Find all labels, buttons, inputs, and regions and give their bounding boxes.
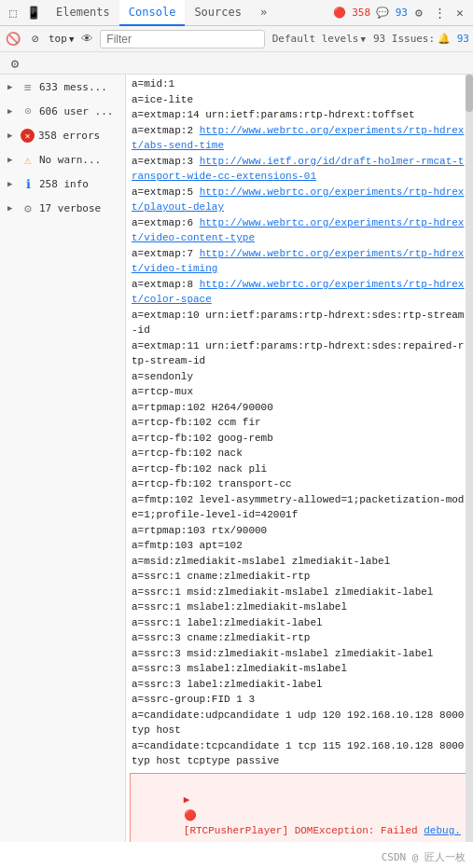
top-selector[interactable]: top ▼ <box>49 33 74 45</box>
error-badge[interactable]: 🔴 358 <box>333 7 371 19</box>
log-line: a=extmap:7 http://www.webrtc.org/experim… <box>130 246 469 277</box>
log-line: a=ice-lite <box>130 92 469 108</box>
log-line: a=ssrc:1 mslabel:zlmediakit-mslabel <box>130 599 469 615</box>
log-link[interactable]: http://www.webrtc.org/experiments/rtp-hd… <box>132 217 464 244</box>
error-expand-arrow[interactable]: ▶ <box>184 794 190 806</box>
message-badge[interactable]: 💬 93 <box>376 7 408 19</box>
eye-icon[interactable]: 👁 <box>77 30 96 48</box>
error-text-prefix: [RTCPusherPlayer] DOMException: Failed <box>184 825 424 836</box>
log-line: a=ssrc:1 cname:zlmediakit-rtp <box>130 569 469 585</box>
scrollbar[interactable] <box>466 75 473 842</box>
tab-sources[interactable]: Sources <box>185 0 251 26</box>
log-line: a=extmap:3 http://www.ietf.org/id/draft-… <box>130 154 469 185</box>
sidebar-item-user[interactable]: ▶ ⊙ 606 user ... <box>0 99 125 123</box>
info-icon: ℹ <box>21 176 35 191</box>
messages-label: 633 mess... <box>39 81 121 93</box>
log-link[interactable]: http://www.webrtc.org/experiments/rtp-hd… <box>132 186 464 214</box>
device-icon[interactable]: 📱 <box>24 4 43 22</box>
log-line: a=ssrc:3 mslabel:zlmediakit-mslabel <box>130 661 469 677</box>
messages-icon: ≡ <box>21 79 35 94</box>
log-line: a=sendonly <box>130 369 469 385</box>
sidebar-item-errors[interactable]: ▶ ✕ 358 errors <box>0 123 125 147</box>
clear-icon[interactable]: 🚫 <box>4 30 22 48</box>
settings-icon[interactable]: ⚙ <box>410 4 428 22</box>
errors-label: 358 errors <box>38 130 121 142</box>
info-arrow: ▶ <box>7 179 17 188</box>
log-line: a=ssrc:3 cname:zlmediakit-rtp <box>130 630 469 646</box>
warning-icon: ⚠ <box>21 152 35 167</box>
filter-input[interactable] <box>100 30 264 48</box>
issues-count[interactable]: 93 Issues: 🔔 93 <box>373 33 469 45</box>
close-icon[interactable]: ✕ <box>451 4 469 22</box>
tab-console[interactable]: Console <box>119 0 186 26</box>
no-icon[interactable]: ⊘ <box>26 30 45 48</box>
warnings-arrow: ▶ <box>7 155 17 164</box>
messages-arrow: ▶ <box>7 82 17 91</box>
console-settings-icon[interactable]: ⚙ <box>6 54 24 73</box>
log-lines-container: a=mid:1a=ice-litea=extmap:14 urn:ietf:pa… <box>130 76 469 769</box>
attribution: CSDN @ 匠人一枚 <box>382 850 466 864</box>
errors-arrow: ▶ <box>7 131 17 140</box>
levels-arrow: ▼ <box>360 34 365 44</box>
top-dropdown-arrow: ▼ <box>69 34 74 44</box>
inspect-icon[interactable]: ⬚ <box>4 4 22 22</box>
error-icon: ✕ <box>21 129 35 143</box>
tab-elements[interactable]: Elements <box>47 0 119 26</box>
log-line: a=rtcp-fb:102 nack <box>130 446 469 462</box>
log-line: a=extmap:2 http://www.webrtc.org/experim… <box>130 123 469 154</box>
sidebar: ▶ ≡ 633 mess... ▶ ⊙ 606 user ... ▶ ✕ 358… <box>0 75 126 842</box>
log-link[interactable]: http://www.webrtc.org/experiments/rtp-hd… <box>132 248 464 275</box>
log-line: a=extmap:5 http://www.webrtc.org/experim… <box>130 185 469 215</box>
log-link[interactable]: http://www.ietf.org/id/draft-holmer-rmca… <box>132 156 464 183</box>
issues-bell: 🔔 93 <box>438 33 469 45</box>
sidebar-item-warnings[interactable]: ▶ ⚠ No warn... <box>0 147 125 172</box>
log-line: a=ssrc:1 label:zlmediakit-label <box>130 615 469 631</box>
log-line: a=msid:zlmediakit-mslabel zlmediakit-lab… <box>130 554 469 570</box>
log-line: a=rtcp-fb:102 transport-cc <box>130 476 469 492</box>
log-line: a=ssrc-group:FID 1 3 <box>130 692 469 708</box>
log-line: a=rtpmap:102 H264/90000 <box>130 400 469 416</box>
message-count: 💬 93 <box>376 7 408 19</box>
more-icon[interactable]: ⋮ <box>430 4 449 22</box>
verbose-arrow: ▶ <box>7 203 17 213</box>
log-line: a=extmap:10 urn:ietf:params:rtp-hdrext:s… <box>130 308 469 338</box>
scrollbar-thumb[interactable] <box>466 75 473 112</box>
error-text-middle: to execute 'setRemoteDescription' on 'RT… <box>134 841 461 843</box>
log-line: a=fmtp:103 apt=102 <box>130 538 469 554</box>
log-line: a=fmtp:102 level-asymmetry-allowed=1;pac… <box>130 492 469 523</box>
verbose-icon: ⚙ <box>21 200 35 215</box>
devtools-toolbar: ⬚ 📱 Elements Console Sources » 🔴 358 💬 9… <box>0 0 473 26</box>
user-label: 606 user ... <box>39 105 121 117</box>
sidebar-item-info[interactable]: ▶ ℹ 258 info <box>0 172 125 196</box>
error-dot-icon: 🔴 <box>184 810 197 821</box>
log-line: a=candidate:udpcandidate 1 udp 120 192.1… <box>130 708 469 738</box>
log-line: a=ssrc:1 msid:zlmediakit-mslabel zlmedia… <box>130 585 469 600</box>
error-log-entry: ▶ 🔴 [RTCPusherPlayer] DOMException: Fail… <box>130 773 469 843</box>
sidebar-item-verbose[interactable]: ▶ ⚙ 17 verbose <box>0 196 125 220</box>
log-line: a=extmap:6 http://www.webrtc.org/experim… <box>130 215 469 246</box>
error-count: 🔴 358 <box>333 7 371 19</box>
log-line: a=rtcp-mux <box>130 384 469 400</box>
log-line: a=ssrc:3 label:zlmediakit-label <box>130 677 469 693</box>
log-line: a=rtcp-fb:102 goog-remb <box>130 431 469 447</box>
log-link[interactable]: http://www.webrtc.org/experiments/rtp-hd… <box>132 279 464 306</box>
default-levels-dropdown[interactable]: Default levels ▼ <box>269 33 369 45</box>
verbose-label: 17 verbose <box>39 202 121 214</box>
tab-more[interactable]: » <box>251 0 276 26</box>
log-line: a=ssrc:3 msid:zlmediakit-mslabel zlmedia… <box>130 646 469 662</box>
log-line: a=extmap:14 urn:ietf:params:rtp-hdrext:t… <box>130 107 469 123</box>
console-toolbar: 🚫 ⊘ top ▼ 👁 Default levels ▼ 93 Issues: … <box>0 26 473 52</box>
sidebar-item-messages[interactable]: ▶ ≡ 633 mess... <box>0 75 125 99</box>
log-line: a=rtcp-fb:102 nack pli <box>130 462 469 477</box>
user-arrow: ▶ <box>7 106 17 116</box>
console-settings-row: ⚙ <box>0 52 473 75</box>
log-link[interactable]: http://www.webrtc.org/experiments/rtp-hd… <box>132 125 464 152</box>
log-line: a=rtcp-fb:102 ccm fir <box>130 415 469 431</box>
console-output[interactable]: a=mid:1a=ice-litea=extmap:14 urn:ietf:pa… <box>126 75 473 842</box>
main-area: ▶ ≡ 633 mess... ▶ ⊙ 606 user ... ▶ ✕ 358… <box>0 75 473 842</box>
log-line: a=extmap:8 http://www.webrtc.org/experim… <box>130 277 469 308</box>
warnings-label: No warn... <box>39 154 121 166</box>
info-label: 258 info <box>39 178 121 190</box>
log-area: a=mid:1a=ice-litea=extmap:14 urn:ietf:pa… <box>126 75 473 842</box>
log-line: a=extmap:11 urn:ietf:params:rtp-hdrext:s… <box>130 338 469 369</box>
